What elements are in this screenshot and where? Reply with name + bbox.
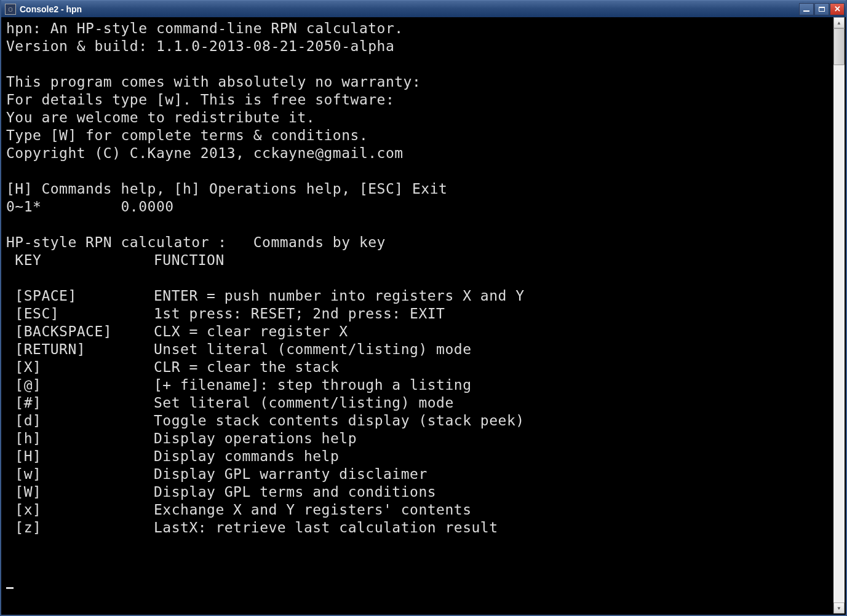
intro-line-1: hpn: An HP-style command-line RPN calcul… xyxy=(6,20,404,36)
window-title: Console2 - hpn xyxy=(18,4,798,14)
command-key: [W] xyxy=(6,483,154,501)
stack-display: 0~1* 0.0000 xyxy=(6,199,174,215)
command-row: [h]Display operations help xyxy=(6,430,830,448)
command-row: [d]Toggle stack contents display (stack … xyxy=(6,412,830,430)
warranty-line-4: Type [W] for complete terms & conditions… xyxy=(6,127,368,143)
command-row: [H]Display commands help xyxy=(6,448,830,465)
command-row: [ESC]1st press: RESET; 2nd press: EXIT xyxy=(6,305,830,323)
command-function: ENTER = push number into registers X and… xyxy=(154,288,525,304)
command-key: [BACKSPACE] xyxy=(6,323,154,341)
command-row: [X]CLR = clear the stack xyxy=(6,358,830,376)
maximize-button[interactable] xyxy=(814,3,829,15)
command-function: Display GPL terms and conditions xyxy=(154,484,436,500)
command-key: [z] xyxy=(6,519,154,537)
intro-line-2: Version & build: 1.1.0-2013-08-21-2050-a… xyxy=(6,38,394,54)
command-list: [SPACE]ENTER = push number into register… xyxy=(6,287,830,537)
scrollbar-track[interactable] xyxy=(833,28,845,602)
command-key: [#] xyxy=(6,394,154,412)
terminal-output[interactable]: hpn: An HP-style command-line RPN calcul… xyxy=(2,17,833,614)
column-header-function: FUNCTION xyxy=(154,252,225,268)
close-button[interactable]: ✕ xyxy=(830,3,845,15)
help-hint-line: [H] Commands help, [h] Operations help, … xyxy=(6,181,447,197)
command-key: [w] xyxy=(6,465,154,483)
command-key: [x] xyxy=(6,501,154,519)
command-row: [#]Set literal (comment/listing) mode xyxy=(6,394,830,412)
command-function: 1st press: RESET; 2nd press: EXIT xyxy=(154,306,445,322)
command-function: LastX: retrieve last calculation result xyxy=(154,519,498,535)
minimize-button[interactable] xyxy=(799,3,814,15)
scroll-down-button[interactable]: ▼ xyxy=(833,602,845,614)
maximize-icon xyxy=(819,7,825,12)
command-row: [W]Display GPL terms and conditions xyxy=(6,483,830,501)
command-row: [x]Exchange X and Y registers' contents xyxy=(6,501,830,519)
column-header-key: KEY xyxy=(6,251,154,269)
command-row: [z]LastX: retrieve last calculation resu… xyxy=(6,519,830,537)
command-row: [w]Display GPL warranty disclaimer xyxy=(6,465,830,483)
command-key: [H] xyxy=(6,448,154,465)
command-function: Display commands help xyxy=(154,448,339,464)
app-icon: ▢ xyxy=(5,4,16,15)
command-key: [ESC] xyxy=(6,305,154,323)
scrollbar-thumb[interactable] xyxy=(833,28,845,65)
command-row: [SPACE]ENTER = push number into register… xyxy=(6,287,830,305)
command-function: Display GPL warranty disclaimer xyxy=(154,466,427,482)
minimize-icon xyxy=(803,10,809,12)
command-key: [SPACE] xyxy=(6,287,154,305)
command-key: [RETURN] xyxy=(6,341,154,358)
command-function: Set literal (comment/listing) mode xyxy=(154,395,454,411)
close-icon: ✕ xyxy=(834,4,841,14)
terminal-cursor xyxy=(6,587,14,589)
copyright-line: Copyright (C) C.Kayne 2013, cckayne@gmai… xyxy=(6,145,404,161)
vertical-scrollbar[interactable]: ▲ ▼ xyxy=(833,17,845,614)
command-row: [@][+ filename]: step through a listing xyxy=(6,376,830,394)
warranty-line-1: This program comes with absolutely no wa… xyxy=(6,74,421,90)
command-key: [@] xyxy=(6,376,154,394)
command-function: Display operations help xyxy=(154,430,357,446)
command-function: Unset literal (comment/listing) mode xyxy=(154,341,472,357)
app-window: ▢ Console2 - hpn ✕ hpn: An HP-style comm… xyxy=(0,0,847,616)
window-controls: ✕ xyxy=(798,3,845,15)
titlebar[interactable]: ▢ Console2 - hpn ✕ xyxy=(1,0,846,17)
command-function: CLX = clear register X xyxy=(154,323,348,339)
section-header: HP-style RPN calculator : Commands by ke… xyxy=(6,234,386,250)
command-row: [RETURN]Unset literal (comment/listing) … xyxy=(6,341,830,358)
command-function: Toggle stack contents display (stack pee… xyxy=(154,413,525,428)
command-key: [h] xyxy=(6,430,154,448)
command-key: [X] xyxy=(6,358,154,376)
scroll-up-button[interactable]: ▲ xyxy=(833,17,845,28)
warranty-line-2: For details type [w]. This is free softw… xyxy=(6,92,394,108)
command-function: Exchange X and Y registers' contents xyxy=(154,502,472,518)
command-function: [+ filename]: step through a listing xyxy=(154,377,472,393)
command-key: [d] xyxy=(6,412,154,430)
command-row: [BACKSPACE]CLX = clear register X xyxy=(6,323,830,341)
warranty-line-3: You are welcome to redistribute it. xyxy=(6,109,315,125)
command-function: CLR = clear the stack xyxy=(154,359,339,375)
